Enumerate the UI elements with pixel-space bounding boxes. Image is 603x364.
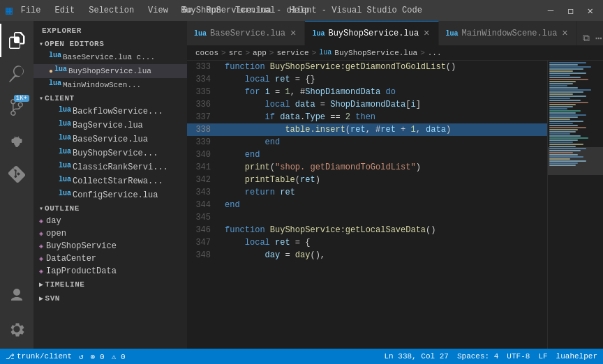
line-number-347: 347 bbox=[187, 236, 222, 249]
explorer-activity-icon[interactable] bbox=[0, 24, 34, 57]
breadcrumb-sep-1: > bbox=[221, 49, 226, 57]
status-bar-left: ⎇ trunk/client ↺ ⊗ 0 ⚠ 0 bbox=[6, 352, 126, 361]
timeline-arrow-icon: ▶ bbox=[39, 280, 44, 289]
errors-status[interactable]: ⊗ 0 bbox=[91, 352, 105, 361]
sidebar-item-classicrankservice[interactable]: lua ClassicRankServi... bbox=[34, 160, 187, 174]
window-title: BuyShopService.lua - client - Visual Stu… bbox=[181, 6, 422, 15]
open-editor-buyshopservice[interactable]: ● lua BuyShopService.lua bbox=[34, 64, 187, 78]
outline-buyshopservice-label: BuyShopService bbox=[46, 241, 117, 251]
tab-buyshopservice[interactable]: lua BuyShopService.lua × bbox=[305, 21, 438, 45]
tab-buyshopservice-icon: lua bbox=[312, 30, 325, 38]
outline-symbol-icon-5: ◈ bbox=[39, 267, 43, 275]
tab-baseservice[interactable]: lua BaseService.lua × bbox=[187, 21, 305, 45]
svn-header[interactable]: ▶ SVN bbox=[34, 291, 187, 305]
outline-header[interactable]: ▾ OUTLINE bbox=[34, 202, 187, 215]
timeline-header[interactable]: ▶ TIMELINE bbox=[34, 278, 187, 291]
breadcrumb-ellipsis[interactable]: ... bbox=[428, 49, 442, 57]
menu-edit[interactable]: Edit bbox=[52, 4, 77, 17]
extensions-activity-icon[interactable] bbox=[0, 158, 34, 191]
open-editors-header[interactable]: ▾ OPEN EDITORS bbox=[34, 38, 187, 50]
sidebar-item-collectstarreward[interactable]: lua CollectStarRewa... bbox=[34, 174, 187, 188]
spaces-status[interactable]: Spaces: 4 bbox=[457, 352, 498, 361]
breadcrumb-cocos[interactable]: cocos bbox=[195, 49, 218, 57]
open-editor-baseservice[interactable]: lua BaseService.lua c... bbox=[34, 50, 187, 64]
open-editors-title: OPEN EDITORS bbox=[45, 40, 104, 48]
sidebar-item-backflowservice[interactable]: lua BackflowService... bbox=[34, 105, 187, 119]
tab-actions: ⧉ ⋯ bbox=[577, 31, 603, 45]
tab-bar: lua BaseService.lua × lua BuyShopService… bbox=[187, 21, 603, 45]
tab-mainwindow-close-button[interactable]: × bbox=[560, 28, 569, 39]
code-line-344: 344 end bbox=[187, 199, 547, 211]
warnings-status[interactable]: ⚠ 0 bbox=[112, 352, 126, 361]
client-section-header[interactable]: ▾ CLIENT bbox=[34, 92, 187, 105]
line-content-341: print("shop. getDiamondToGoldList") bbox=[222, 161, 547, 174]
menu-selection[interactable]: Selection bbox=[86, 4, 137, 17]
open-editor-baseservice-label: BaseService.lua c... bbox=[63, 53, 155, 61]
line-content-339: end bbox=[222, 136, 547, 149]
menu-file[interactable]: File bbox=[18, 4, 44, 17]
line-ending-status[interactable]: LF bbox=[538, 352, 547, 361]
line-content-343: return ret bbox=[222, 186, 547, 199]
encoding-status[interactable]: UTF-8 bbox=[507, 352, 530, 361]
split-editor-button[interactable]: ⧉ bbox=[583, 33, 590, 44]
breadcrumb-src[interactable]: src bbox=[229, 49, 243, 57]
editor-panel: lua BaseService.lua × lua BuyShopService… bbox=[187, 21, 603, 349]
account-activity-icon[interactable] bbox=[0, 279, 34, 312]
line-content-336: local data = ShopDiamondData[i] bbox=[222, 98, 547, 111]
vscode-logo-icon: ▦ bbox=[6, 3, 13, 17]
tab-mainwindow-label: MainWindowScene.lua bbox=[462, 29, 558, 38]
breadcrumb-filename[interactable]: BuyShopService.lua bbox=[334, 49, 417, 57]
breadcrumb-sep-2: > bbox=[245, 49, 250, 57]
errors-icon: ⊗ 0 bbox=[91, 352, 105, 361]
tab-baseservice-close-button[interactable]: × bbox=[289, 28, 297, 39]
outline-item-datacenter[interactable]: ◈ DataCenter bbox=[34, 252, 187, 265]
line-number-343: 343 bbox=[187, 186, 222, 199]
breadcrumb-app[interactable]: app bbox=[253, 49, 267, 57]
sidebar-item-bagservice[interactable]: lua BagService.lua bbox=[34, 119, 187, 132]
sync-status[interactable]: ↺ bbox=[79, 352, 84, 361]
debug-activity-icon[interactable] bbox=[0, 124, 34, 158]
settings-activity-icon[interactable] bbox=[0, 312, 34, 346]
line-content-346: function BuyShopService:getLocalSaveData… bbox=[222, 224, 547, 236]
code-line-346: 346 function BuyShopService:getLocalSave… bbox=[187, 224, 547, 236]
position-status[interactable]: Ln 338, Col 27 bbox=[385, 352, 449, 361]
sidebar-item-configservice[interactable]: lua ConfigService.lua bbox=[34, 188, 187, 202]
window-controls: — ◻ ✕ bbox=[544, 3, 597, 18]
branch-status[interactable]: ⎇ trunk/client bbox=[6, 352, 72, 361]
tab-baseservice-icon: lua bbox=[194, 30, 207, 38]
tab-mainwindow[interactable]: lua MainWindowScene.lua × bbox=[439, 21, 577, 45]
minimap-content bbox=[548, 61, 603, 349]
outline-item-open[interactable]: ◈ open bbox=[34, 227, 187, 240]
close-button[interactable]: ✕ bbox=[583, 3, 597, 18]
timeline-title: TIMELINE bbox=[45, 280, 85, 289]
line-number-341: 341 bbox=[187, 161, 222, 174]
source-control-activity-icon[interactable]: 1K+ bbox=[0, 91, 34, 124]
breadcrumb-service[interactable]: service bbox=[276, 49, 308, 57]
line-content-348: day = day(), bbox=[222, 249, 547, 261]
more-actions-button[interactable]: ⋯ bbox=[595, 31, 602, 45]
code-line-348: 348 day = day(), bbox=[187, 249, 547, 261]
language-status[interactable]: luahelper bbox=[556, 352, 597, 361]
outline-item-day[interactable]: ◈ day bbox=[34, 215, 187, 227]
line-number-342: 342 bbox=[187, 174, 222, 186]
search-activity-icon[interactable] bbox=[0, 57, 34, 91]
line-content-344: end bbox=[222, 199, 547, 211]
configservice-label: ConfigService.lua bbox=[73, 190, 158, 200]
svn-arrow-icon: ▶ bbox=[39, 294, 44, 303]
line-content-338: table.insert(ret, #ret + 1, data) bbox=[222, 123, 547, 136]
menu-view[interactable]: View bbox=[145, 4, 171, 17]
code-editor[interactable]: 333 function BuyShopService:getDiamondTo… bbox=[187, 61, 547, 349]
sidebar-item-baseservice[interactable]: lua BaseService.lua bbox=[34, 132, 187, 146]
tab-buyshopservice-close-button[interactable]: × bbox=[422, 28, 431, 39]
maximize-button[interactable]: ◻ bbox=[563, 3, 577, 18]
outline-item-buyshopservice[interactable]: ◈ BuyShopService bbox=[34, 240, 187, 252]
baseservice-label: BaseService.lua bbox=[73, 135, 148, 144]
svn-title: SVN bbox=[45, 294, 60, 303]
line-number-336: 336 bbox=[187, 98, 222, 111]
tab-baseservice-label: BaseService.lua bbox=[210, 29, 285, 38]
sidebar-item-buyshopservice[interactable]: lua BuyShopService... bbox=[34, 146, 187, 160]
outline-item-iapproductdata[interactable]: ◈ IapProductData bbox=[34, 265, 187, 278]
line-content-340: end bbox=[222, 149, 547, 161]
open-editor-mainwindow[interactable]: lua MainWindowScen... bbox=[34, 78, 187, 92]
minimize-button[interactable]: — bbox=[544, 3, 558, 18]
